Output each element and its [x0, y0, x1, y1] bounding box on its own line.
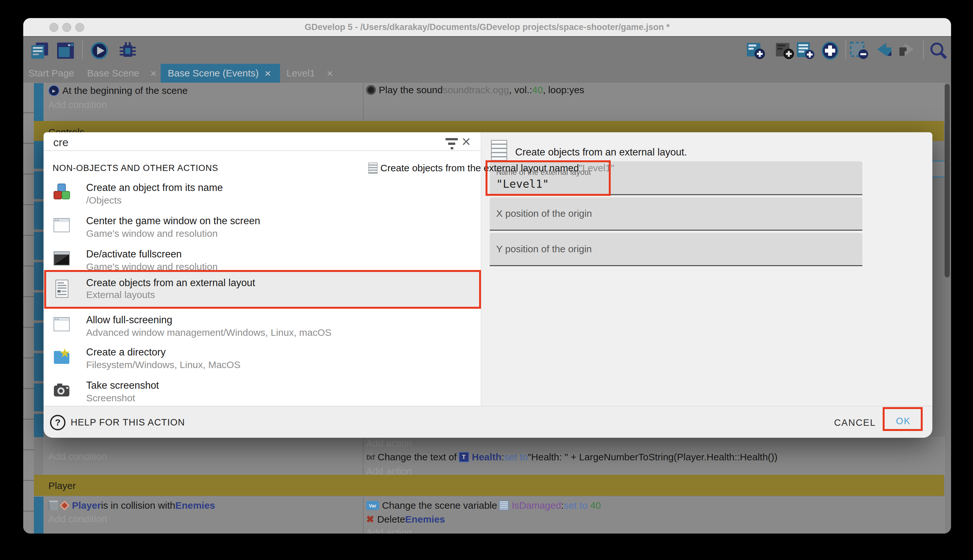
tab-level1[interactable]: Level1 ×	[287, 64, 333, 83]
delete-selection-icon[interactable]	[849, 41, 869, 60]
dialog-footer: ? HELP FOR THIS ACTION CANCEL OK	[43, 406, 932, 438]
cancel-button[interactable]: CANCEL	[831, 414, 879, 431]
action-text: , vol.:	[509, 85, 532, 95]
folder-icon	[53, 347, 71, 365]
titlebar: GDevelop 5 - /Users/dkarakay/Documents/G…	[23, 18, 951, 37]
group-player[interactable]: Player	[34, 475, 944, 496]
condition-text: is in collision with	[101, 500, 175, 511]
instruction-editor-dialog: × NON-OBJECTS AND OTHER ACTIONS Create a…	[43, 132, 932, 437]
y-position-field[interactable]: Y position of the origin	[490, 233, 862, 266]
tab-base-scene-events[interactable]: Base Scene (Events) ×	[161, 64, 280, 83]
condition-at-beginning[interactable]: ▶ At the beginning of the scene	[48, 85, 188, 96]
condition-collision[interactable]: Player is in collision with Enemies	[48, 500, 215, 511]
redo-icon[interactable]	[897, 41, 917, 60]
window-title: GDevelop 5 - /Users/dkarakay/Documents/G…	[23, 18, 951, 36]
tab-close-icon[interactable]: ×	[265, 64, 271, 83]
list-item-take-screenshot[interactable]: Take screenshot Screenshot	[43, 375, 481, 407]
toolbar-separator	[82, 41, 83, 59]
collision-mark-icon	[59, 500, 69, 510]
tab-start-page[interactable]: Start Page	[28, 64, 74, 83]
play-icon[interactable]	[89, 41, 109, 60]
add-event-icon[interactable]	[746, 41, 766, 60]
item-title: Center the game window on the screen	[86, 215, 260, 227]
condition-action-divider	[363, 83, 363, 121]
list-item-allow-fullscreen[interactable]: Allow full-screening Advanced window man…	[43, 310, 481, 342]
tab-close-icon[interactable]: ×	[327, 64, 333, 83]
scene-editor-icon[interactable]	[55, 41, 75, 60]
item-title: Allow full-screening	[86, 314, 172, 326]
add-subevent-icon[interactable]	[775, 41, 795, 60]
variable-action-icon: Var	[366, 501, 379, 510]
condition-text: At the beginning of the scene	[62, 85, 188, 96]
screenshot-root: GDevelop 5 - /Users/dkarakay/Documents/G…	[0, 0, 973, 560]
add-action-link[interactable]: Add action	[366, 527, 412, 533]
item-subtitle: Game's window and resolution	[86, 228, 218, 239]
tab-close-icon[interactable]: ×	[150, 64, 157, 83]
speaker-icon	[366, 85, 376, 95]
item-subtitle: Advanced window management/Windows, Linu…	[86, 327, 332, 338]
add-action-label: Add action	[366, 438, 412, 449]
action-play-sound[interactable]: Play the sound soundtrack.ogg , vol.: 40…	[366, 85, 584, 95]
condition-action-divider	[363, 437, 363, 475]
field-placeholder: X position of the origin	[496, 197, 592, 230]
event-gutter-bar[interactable]	[34, 83, 43, 121]
event-gutter-bar[interactable]	[34, 497, 43, 533]
search-input[interactable]	[53, 135, 344, 150]
project-manager-icon[interactable]	[30, 41, 50, 60]
help-link[interactable]: HELP FOR THIS ACTION	[71, 417, 185, 428]
add-action-link[interactable]: Add action	[366, 438, 412, 449]
variable-name: IsDamaged	[511, 500, 561, 511]
text-action-icon: txt	[366, 453, 375, 462]
action-change-variable[interactable]: Var Change the scene variable IsDamaged …	[366, 500, 601, 511]
camera-icon	[53, 380, 71, 398]
add-comment-icon[interactable]	[796, 41, 816, 60]
action-text: Play the sound	[379, 85, 443, 95]
external-layout-icon	[491, 140, 507, 161]
help-icon: ?	[50, 415, 65, 430]
filter-icon[interactable]	[444, 135, 460, 152]
operator-text: set to	[504, 452, 528, 463]
collision-box-icon	[48, 501, 58, 510]
x-position-field[interactable]: X position of the origin	[490, 197, 862, 231]
loop-value: yes	[569, 85, 584, 95]
operator-text: set to	[564, 500, 588, 511]
list-item-center-window[interactable]: Center the game window on the screen Gam…	[43, 211, 481, 243]
action-text: , loop:	[543, 85, 570, 95]
tab-label: Level1	[287, 64, 315, 83]
list-item-create-directory[interactable]: Create a directory Filesystem/Windows, L…	[43, 342, 481, 374]
action-text: Delete	[377, 514, 405, 525]
tab-label: Base Scene	[87, 64, 139, 83]
toolbar	[23, 37, 951, 64]
list-item-create-object[interactable]: Create an object from its name /Objects	[43, 177, 481, 210]
toolbar-separator	[923, 41, 924, 59]
item-title: Create an object from its name	[86, 182, 223, 193]
undo-icon[interactable]	[874, 41, 894, 60]
close-icon[interactable]: ×	[462, 132, 471, 151]
expression-value: "Health: " + LargeNumberToString(Player.…	[528, 452, 778, 463]
action-text: :	[501, 452, 504, 463]
object-name: Enemies	[405, 514, 445, 525]
external-layout-icon	[368, 163, 377, 173]
search-icon[interactable]	[928, 41, 948, 60]
action-delete[interactable]: ✖ Delete Enemies	[366, 513, 445, 525]
scrollbar-thumb[interactable]	[945, 84, 950, 277]
condition-action-divider	[363, 497, 363, 533]
object-name: Player	[72, 500, 101, 511]
object-name: Enemies	[175, 500, 215, 511]
add-condition-link[interactable]: Add condition	[48, 99, 107, 110]
action-title: Create objects from an external layout.	[515, 147, 687, 158]
add-action-label: Add action	[366, 527, 412, 533]
fullscreen-icon	[53, 249, 71, 267]
add-instruction-icon[interactable]	[820, 41, 840, 60]
action-change-text[interactable]: txt Change the text of Health : set to "…	[366, 452, 778, 463]
item-title: Create a directory	[86, 347, 165, 358]
tab-base-scene[interactable]: Base Scene ×	[87, 64, 157, 83]
add-condition-link[interactable]: Add condition	[48, 513, 107, 525]
item-subtitle: /Objects	[86, 195, 122, 206]
annotation-name-field	[485, 160, 611, 196]
variable-value: 40	[590, 500, 601, 511]
item-subtitle: Screenshot	[86, 393, 135, 403]
field-placeholder: Y position of the origin	[496, 233, 591, 265]
add-condition-link[interactable]: Add condition	[48, 451, 107, 462]
debug-icon[interactable]	[117, 41, 137, 60]
